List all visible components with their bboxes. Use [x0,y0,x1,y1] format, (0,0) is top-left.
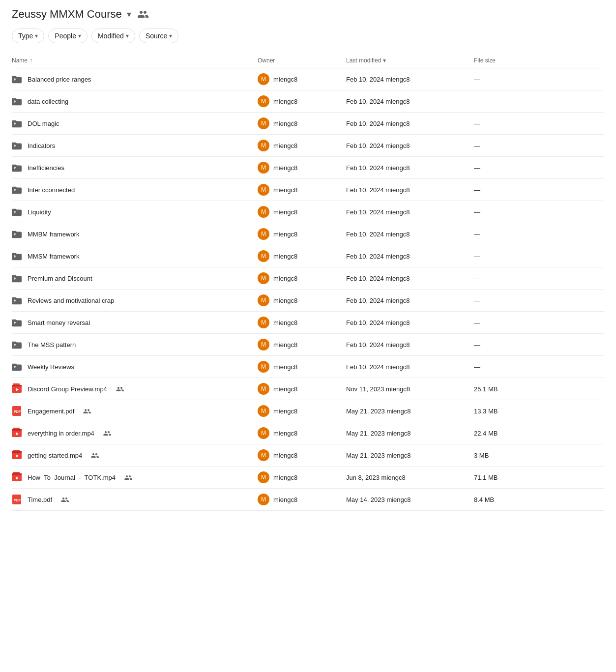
cell-size: — [474,253,523,260]
chevron-down-icon: ▾ [126,32,129,39]
column-owner: Owner [258,57,346,64]
cell-size: — [474,164,523,172]
table-row[interactable]: DOL magic M miengc8 Feb 10, 2024 miengc8… [12,113,604,135]
table-row[interactable]: everything in order.mp4 M miengc8 May 21… [12,422,604,444]
table-row[interactable]: The MSS pattern M miengc8 Feb 10, 2024 m… [12,334,604,356]
share-people-icon[interactable] [137,8,149,21]
cell-name: Inter cconnected [12,185,258,195]
table-row[interactable]: Inefficiencies M miengc8 Feb 10, 2024 mi… [12,157,604,179]
file-name: MMSM framework [28,253,79,260]
folder-shared-icon [12,362,22,372]
cell-modified: May 21, 2023 miengc8 [346,408,474,415]
owner-name: miengc8 [273,496,297,503]
cell-name: PDF Time.pdf [12,495,258,504]
filter-source[interactable]: Source ▾ [139,29,178,43]
folder-shared-icon [12,340,22,350]
column-last-modified[interactable]: Last modified ▾ [346,57,474,64]
cell-owner: M miengc8 [258,494,346,505]
avatar: M [258,339,269,351]
file-name: Smart money reversal [28,319,90,326]
cell-owner: M miengc8 [258,294,346,306]
cell-size: — [474,142,523,149]
table-row[interactable]: MMSM framework M miengc8 Feb 10, 2024 mi… [12,245,604,267]
cell-modified: Feb 10, 2024 miengc8 [346,164,474,172]
table-row[interactable]: Inter cconnected M miengc8 Feb 10, 2024 … [12,179,604,201]
filter-row: Type ▾ People ▾ Modified ▾ Source ▾ [12,29,604,43]
chevron-down-icon: ▾ [78,32,81,39]
file-name: everything in order.mp4 [28,430,94,437]
svg-rect-12 [12,451,22,453]
filter-people[interactable]: People ▾ [48,29,88,43]
avatar: M [258,272,269,284]
pdf-file-icon: PDF [12,406,22,416]
folder-shared-icon [12,141,22,150]
avatar: M [258,95,269,107]
cell-name: Weekly Reviews [12,362,258,372]
cell-owner: M miengc8 [258,361,346,373]
cell-size: — [474,231,523,238]
table-row[interactable]: Balanced price ranges M miengc8 Feb 10, … [12,68,604,90]
folder-shared-icon [12,229,22,239]
table-row[interactable]: data collecting M miengc8 Feb 10, 2024 m… [12,90,604,113]
cell-size: — [474,186,523,194]
sort-up-icon: ↑ [29,57,32,64]
filter-type[interactable]: Type ▾ [12,29,44,43]
table-row[interactable]: PDF Time.pdf M miengc8 May 14, 2023 mien… [12,489,604,511]
video-file-icon [12,384,22,394]
owner-name: miengc8 [273,164,297,172]
cell-owner: M miengc8 [258,427,346,439]
avatar: M [258,317,269,328]
folder-shared-icon [12,295,22,305]
cell-name: everything in order.mp4 [12,428,258,438]
cell-name: Liquidity [12,207,258,217]
cell-owner: M miengc8 [258,228,346,240]
owner-name: miengc8 [273,76,297,83]
table-row[interactable]: Liquidity M miengc8 Feb 10, 2024 miengc8… [12,201,604,223]
table-row[interactable]: How_To_Journal_-_TOTK.mp4 M miengc8 Jun … [12,467,604,489]
table-row[interactable]: Reviews and motivational crap M miengc8 … [12,290,604,312]
folder-shared-icon [12,273,22,283]
table-row[interactable]: getting started.mp4 M miengc8 May 21, 20… [12,444,604,467]
file-name: The MSS pattern [28,341,76,349]
cell-owner: M miengc8 [258,317,346,328]
avatar: M [258,494,269,505]
file-name: Liquidity [28,208,51,216]
table-row[interactable]: Premium and Discount M miengc8 Feb 10, 2… [12,267,604,290]
avatar: M [258,449,269,461]
svg-text:PDF: PDF [14,410,21,413]
table-body: Balanced price ranges M miengc8 Feb 10, … [12,68,604,511]
owner-name: miengc8 [273,385,297,393]
cell-modified: Feb 10, 2024 miengc8 [346,297,474,304]
cell-modified: Feb 10, 2024 miengc8 [346,319,474,326]
avatar: M [258,140,269,151]
file-name: Discord Group Preview.mp4 [28,385,107,393]
cell-owner: M miengc8 [258,339,346,351]
cell-modified: Nov 11, 2023 miengc8 [346,385,474,393]
owner-name: miengc8 [273,474,297,481]
avatar: M [258,405,269,417]
filter-modified[interactable]: Modified ▾ [91,29,135,43]
cell-owner: M miengc8 [258,383,346,395]
owner-name: miengc8 [273,98,297,105]
owner-name: miengc8 [273,186,297,194]
cell-name: Premium and Discount [12,273,258,283]
cell-size: 3 MB [474,452,523,459]
cell-name: DOL magic [12,118,258,128]
column-name[interactable]: Name ↑ [12,57,258,64]
avatar: M [258,361,269,373]
cell-modified: May 21, 2023 miengc8 [346,430,474,437]
owner-name: miengc8 [273,231,297,238]
cell-owner: M miengc8 [258,449,346,461]
table-row[interactable]: Discord Group Preview.mp4 M miengc8 Nov … [12,378,604,400]
table-row[interactable]: MMBM framework M miengc8 Feb 10, 2024 mi… [12,223,604,245]
table-row[interactable]: Weekly Reviews M miengc8 Feb 10, 2024 mi… [12,356,604,378]
svg-rect-16 [12,473,22,475]
table-row[interactable]: Indicators M miengc8 Feb 10, 2024 miengc… [12,135,604,157]
table-row[interactable]: PDF Engagement.pdf M miengc8 May 21, 202… [12,400,604,422]
cell-size: 71.1 MB [474,474,523,481]
owner-name: miengc8 [273,297,297,304]
title-dropdown-icon[interactable]: ▾ [127,9,131,20]
shared-icon [116,386,124,392]
owner-name: miengc8 [273,341,297,349]
table-row[interactable]: Smart money reversal M miengc8 Feb 10, 2… [12,312,604,334]
